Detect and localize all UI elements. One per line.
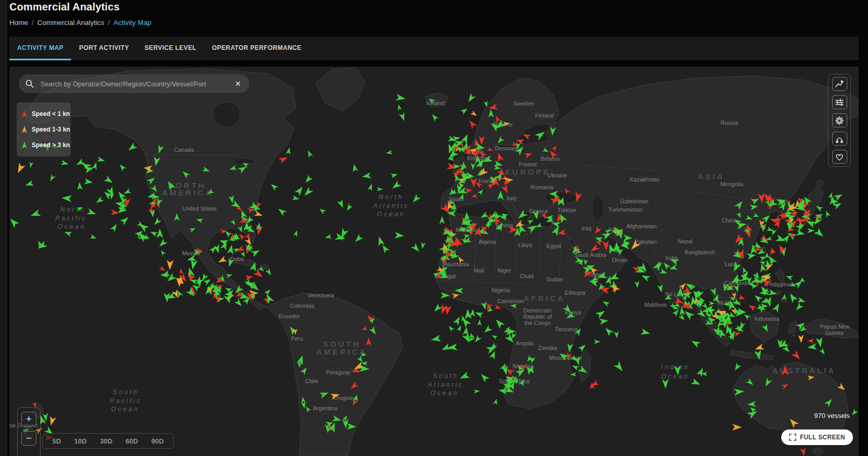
vessel-arrow[interactable] <box>15 163 25 175</box>
filters-button[interactable] <box>832 95 847 109</box>
vessel-arrow[interactable] <box>493 317 505 329</box>
vessel-arrow[interactable] <box>430 335 441 343</box>
vessel-arrow[interactable] <box>797 297 806 304</box>
vessel-arrow[interactable] <box>772 302 781 313</box>
vessel-arrow[interactable] <box>595 308 607 319</box>
tab-activity-map[interactable]: ACTIVITY MAP <box>9 36 71 60</box>
tab-service-level[interactable]: SERVICE LEVEL <box>137 36 204 60</box>
vessel-arrow[interactable] <box>571 363 579 371</box>
zoom-in-button[interactable]: + <box>21 412 36 426</box>
vessel-arrow[interactable] <box>189 259 198 270</box>
vessel-arrow[interactable] <box>391 180 402 191</box>
vessel-arrow[interactable] <box>292 196 300 202</box>
vessel-arrow[interactable] <box>295 185 305 196</box>
vessel-arrow[interactable] <box>61 160 70 167</box>
vessel-arrow[interactable] <box>814 228 826 239</box>
vessel-arrow[interactable] <box>250 247 261 257</box>
vessel-arrow[interactable] <box>464 309 472 319</box>
vessel-arrow[interactable] <box>385 150 393 155</box>
settings-button[interactable] <box>832 113 847 127</box>
vessel-arrow[interactable] <box>376 236 385 246</box>
vessel-arrow[interactable] <box>118 163 126 172</box>
vessel-arrow[interactable] <box>120 215 130 226</box>
vessel-arrow[interactable] <box>785 273 793 280</box>
world-map[interactable]: IcelandSwedenFinlandNorwayDenmarkUnitedK… <box>9 67 859 456</box>
time-range-5d[interactable]: 5D <box>50 436 63 446</box>
vessel-arrow[interactable] <box>157 239 168 249</box>
vessel-arrow[interactable] <box>800 448 807 456</box>
vessel-arrow[interactable] <box>709 301 715 305</box>
vessel-arrow[interactable] <box>732 424 742 431</box>
vessel-arrow[interactable] <box>462 327 470 336</box>
vessel-arrow[interactable] <box>640 273 650 282</box>
vessel-arrow[interactable] <box>123 188 131 196</box>
favorites-button[interactable] <box>832 150 847 164</box>
vessel-arrow[interactable] <box>486 344 498 354</box>
vessel-arrow[interactable] <box>63 229 72 237</box>
vessel-arrow[interactable] <box>104 176 114 186</box>
vessel-arrow[interactable] <box>483 325 493 335</box>
vessel-arrow[interactable] <box>286 147 292 155</box>
vessel-arrow[interactable] <box>691 378 702 387</box>
vessel-arrow[interactable] <box>493 398 498 405</box>
vessel-arrow[interactable] <box>411 243 422 254</box>
vessel-arrow[interactable] <box>747 303 756 311</box>
vessel-arrow[interactable] <box>470 309 476 317</box>
time-range-30d[interactable]: 30D <box>98 436 114 446</box>
vessel-arrow[interactable] <box>453 315 462 325</box>
vessel-arrow[interactable] <box>640 329 651 337</box>
vessel-arrow[interactable] <box>325 234 332 240</box>
vessel-arrow[interactable] <box>444 305 452 316</box>
vessel-arrow[interactable] <box>824 210 831 218</box>
vessel-arrow[interactable] <box>850 409 858 417</box>
vessel-arrow[interactable] <box>459 371 470 381</box>
vessel-arrow[interactable] <box>662 379 669 389</box>
vessel-arrow[interactable] <box>816 337 824 348</box>
vessel-arrow[interactable] <box>467 119 477 129</box>
vessel-arrow[interactable] <box>754 344 764 353</box>
vessel-arrow[interactable] <box>603 325 614 336</box>
vessel-arrow[interactable] <box>367 183 374 191</box>
vessel-arrow[interactable] <box>377 187 383 191</box>
vessel-arrow[interactable] <box>733 331 741 337</box>
vessel-arrow[interactable] <box>110 223 119 232</box>
vessel-arrow[interactable] <box>179 268 184 275</box>
vessel-arrow[interactable] <box>807 338 814 343</box>
vessel-arrow[interactable] <box>807 228 814 233</box>
vessel-arrow[interactable] <box>394 232 404 239</box>
vessel-arrow[interactable] <box>758 263 766 272</box>
vessel-arrow[interactable] <box>613 361 625 373</box>
vessel-arrow[interactable] <box>395 94 406 102</box>
zoom-out-button[interactable]: − <box>21 431 36 446</box>
vessel-arrow[interactable] <box>491 333 498 340</box>
vessel-arrow[interactable] <box>36 241 48 251</box>
vessel-arrow[interactable] <box>48 416 56 426</box>
search-bar[interactable]: ✕ <box>19 74 249 93</box>
vessel-arrow[interactable] <box>265 268 273 277</box>
vessel-arrow[interactable] <box>479 372 489 382</box>
vessel-arrow[interactable] <box>697 367 706 377</box>
vessel-arrow[interactable] <box>245 274 253 280</box>
vessel-arrow[interactable] <box>87 209 97 217</box>
vessel-arrow[interactable] <box>48 174 56 183</box>
vessel-arrow[interactable] <box>351 163 358 172</box>
vessel-arrow[interactable] <box>30 210 41 219</box>
tab-operator-performance[interactable]: OPERATOR PERFORMANCE <box>204 36 309 60</box>
vessel-arrow[interactable] <box>819 348 826 356</box>
vessel-arrow[interactable] <box>92 162 99 170</box>
vessel-arrow[interactable] <box>302 187 313 198</box>
fullscreen-button[interactable]: FULL SCREEN <box>781 429 853 445</box>
vessel-arrow[interactable] <box>787 292 798 303</box>
vessel-arrow[interactable] <box>798 335 804 344</box>
vessel-arrow[interactable] <box>753 293 763 303</box>
vessel-arrow[interactable] <box>29 162 34 168</box>
breadcrumb-item[interactable]: Commercial Analytics <box>37 19 104 27</box>
vessel-arrow[interactable] <box>690 338 701 348</box>
vessel-arrow[interactable] <box>765 252 769 258</box>
vessel-arrow[interactable] <box>158 265 167 273</box>
vessel-arrow[interactable] <box>594 340 600 344</box>
vessel-arrow[interactable] <box>764 262 774 271</box>
vessel-arrow[interactable] <box>732 362 741 372</box>
trend-button[interactable] <box>832 77 847 91</box>
time-range-10d[interactable]: 10D <box>72 436 89 446</box>
